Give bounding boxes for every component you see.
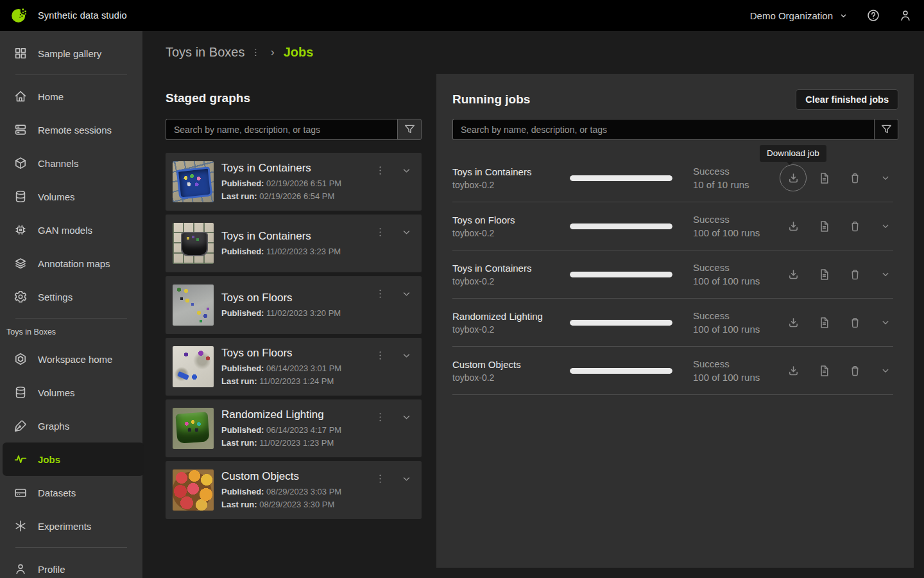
graph-published: Published: 02/19/2026 6:51 PM — [221, 177, 374, 190]
sidebar-item-home[interactable]: Home — [0, 80, 142, 113]
running-filter-button[interactable] — [874, 119, 898, 140]
staged-search-input[interactable] — [166, 119, 397, 140]
download-icon[interactable] — [785, 315, 801, 330]
staged-graph-card[interactable]: Toys in ContainersPublished: 02/19/2026 … — [166, 153, 422, 211]
job-row: Toys on Floorstoybox-0.2Success100 of 10… — [452, 202, 893, 250]
kebab-icon[interactable] — [374, 473, 386, 485]
sidebar-item-sample-gallery[interactable]: Sample gallery — [0, 37, 142, 70]
chevron-down-icon[interactable] — [400, 226, 413, 238]
chevron-down-icon[interactable] — [400, 288, 413, 300]
sidebar-item-label: Graphs — [38, 421, 69, 432]
sidebar-item-channels[interactable]: Channels — [0, 146, 142, 180]
chevron-down-icon[interactable] — [878, 218, 893, 234]
chevron-down-icon[interactable] — [878, 363, 893, 378]
job-version: toybox-0.2 — [452, 324, 570, 335]
download-icon[interactable] — [785, 363, 801, 378]
user-profile-icon[interactable] — [898, 8, 912, 22]
job-name: Randomized Lighting — [452, 311, 570, 322]
staged-search-bar — [166, 119, 422, 140]
graph-thumbnail — [173, 469, 214, 511]
job-name: Toys in Containers — [452, 166, 570, 177]
workspace-section-label: Toys in Boxes — [0, 323, 142, 342]
report-icon[interactable] — [816, 170, 832, 186]
graph-title: Toys in Containers — [221, 229, 374, 243]
delete-icon[interactable] — [847, 267, 862, 282]
chevron-down-icon[interactable] — [878, 315, 893, 330]
sidebar-item-workspace-home[interactable]: Workspace home — [0, 342, 142, 376]
download-icon[interactable] — [785, 267, 801, 282]
report-icon[interactable] — [816, 363, 832, 378]
help-icon[interactable] — [866, 8, 880, 22]
download-icon[interactable] — [785, 218, 801, 234]
report-icon[interactable] — [816, 218, 832, 234]
sidebar-item-gan-models[interactable]: GAN models — [0, 213, 142, 247]
chevron-down-icon[interactable] — [400, 349, 413, 362]
kebab-icon[interactable] — [374, 349, 386, 362]
job-status: Success — [693, 213, 785, 226]
graph-last-run: Last run: 02/19/2026 6:54 PM — [221, 190, 374, 203]
filter-icon — [403, 123, 416, 136]
sidebar-item-label: Experiments — [38, 521, 91, 532]
sidebar-item-experiments[interactable]: Experiments — [0, 509, 142, 543]
sidebar-item-label: Workspace home — [38, 354, 112, 365]
staged-graph-card[interactable]: Randomized LightingPublished: 06/14/2023… — [166, 399, 422, 457]
staged-graphs-panel: Staged graphs Toys in ContainersPublishe… — [166, 90, 422, 523]
kebab-icon[interactable] — [374, 226, 386, 238]
job-progress-bar — [570, 175, 672, 181]
organization-selector[interactable]: Demo Organization — [750, 10, 848, 21]
sidebar-item-jobs[interactable]: Jobs — [3, 442, 144, 476]
job-name: Toys on Floors — [452, 215, 570, 225]
filter-icon — [880, 123, 893, 136]
job-progress-bar — [570, 368, 672, 374]
delete-icon[interactable] — [847, 170, 862, 186]
running-search-input[interactable] — [452, 119, 874, 140]
delete-icon[interactable] — [847, 363, 862, 378]
staged-graph-card[interactable]: Custom ObjectsPublished: 08/29/2023 3:03… — [166, 461, 422, 519]
kebab-icon[interactable] — [374, 411, 386, 423]
kebab-menu-icon[interactable] — [250, 47, 261, 58]
sidebar-item-datasets[interactable]: Datasets — [0, 476, 142, 509]
layers-icon — [13, 256, 28, 270]
chevron-down-icon[interactable] — [878, 267, 893, 282]
app-logo-icon[interactable] — [10, 6, 28, 24]
sidebar-item-volumes[interactable]: Volumes — [0, 376, 142, 409]
report-icon[interactable] — [816, 267, 832, 282]
sidebar-item-remote-sessions[interactable]: Remote sessions — [0, 113, 142, 146]
delete-icon[interactable] — [847, 315, 862, 330]
chevron-down-icon[interactable] — [400, 411, 413, 423]
staged-graph-card[interactable]: Toys on FloorsPublished: 11/02/2023 3:20… — [166, 276, 422, 334]
report-icon[interactable] — [816, 315, 832, 330]
staged-graph-card[interactable]: Toys in ContainersPublished: 11/02/2023 … — [166, 215, 422, 272]
kebab-icon[interactable] — [374, 288, 386, 300]
staged-graph-card[interactable]: Toys on FloorsPublished: 06/14/2023 3:01… — [166, 338, 422, 396]
sidebar-item-profile[interactable]: Profile — [0, 552, 142, 578]
sidebar-divider — [15, 74, 127, 75]
sidebar-item-settings[interactable]: Settings — [0, 280, 142, 313]
kebab-icon[interactable] — [374, 164, 386, 177]
chevron-down-icon[interactable] — [400, 473, 413, 485]
job-status: Success — [693, 357, 785, 371]
job-version: toybox-0.2 — [452, 180, 570, 190]
sidebar-divider — [15, 547, 127, 548]
chevron-down-icon[interactable] — [878, 170, 893, 186]
sidebar-item-volumes[interactable]: Volumes — [0, 180, 142, 213]
running-jobs-header: Running jobs Clear finished jobs — [452, 89, 898, 110]
topbar-actions: Demo Organization — [750, 8, 912, 22]
asterisk-icon — [13, 519, 28, 533]
database-icon — [13, 189, 28, 204]
sidebar-item-graphs[interactable]: Graphs — [0, 409, 142, 442]
breadcrumb-current-page: Jobs — [284, 45, 314, 60]
chevron-down-icon[interactable] — [400, 164, 413, 177]
job-name: Custom Objects — [452, 359, 570, 370]
delete-icon[interactable] — [847, 218, 862, 234]
sidebar-item-annotation-maps[interactable]: Annotation maps — [0, 247, 142, 280]
sidebar-item-label: Volumes — [38, 387, 75, 398]
breadcrumb-workspace[interactable]: Toys in Boxes — [166, 45, 244, 60]
sidebar-item-label: Datasets — [38, 487, 76, 498]
graph-published: Published: 11/02/2023 3:23 PM — [221, 245, 374, 258]
clear-finished-jobs-button[interactable]: Clear finished jobs — [796, 89, 898, 110]
organization-name: Demo Organization — [750, 10, 833, 21]
staged-filter-button[interactable] — [397, 119, 422, 140]
breadcrumb: Toys in Boxes › Jobs — [166, 42, 313, 62]
download-icon[interactable] — [785, 170, 801, 186]
